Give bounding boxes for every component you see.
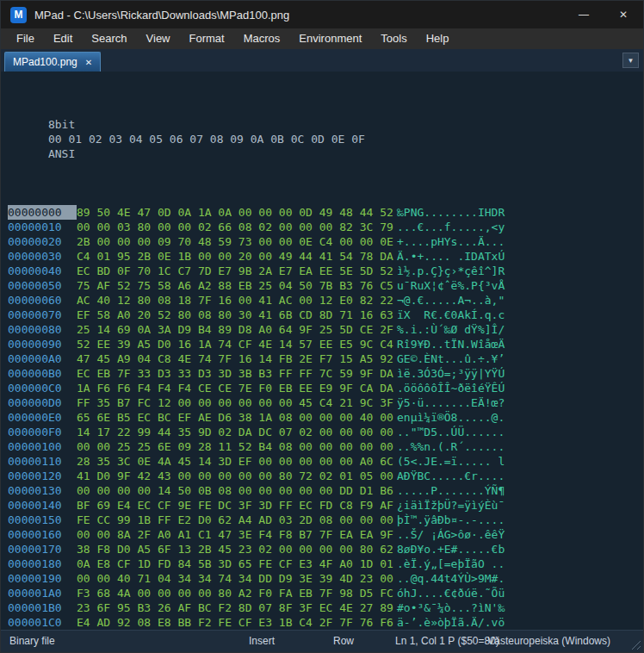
row-hex-bytes[interactable]: 75 AF 52 75 58 A6 A2 88 EB 25 04 50 7B B… bbox=[77, 278, 397, 293]
hex-row[interactable]: 0000012041 D0 9F 42 43 00 00 00 00 00 80… bbox=[8, 469, 643, 483]
row-ansi-text[interactable]: %.i.:Ù´‰Ø dŸ%]Î/ bbox=[397, 323, 505, 336]
row-ansi-text[interactable]: Rî9¥Ð..tÏN.WîåœÄ bbox=[397, 338, 505, 351]
hex-row[interactable]: 0000009052 EE 39 A5 D0 16 1A 74 CF 4E 14… bbox=[8, 337, 643, 351]
row-ansi-text[interactable]: enµì¼ï®Ö8.....@. bbox=[397, 411, 505, 424]
row-address[interactable]: 000000F0 bbox=[8, 425, 77, 439]
row-hex-bytes[interactable]: 00 00 00 00 14 50 0B 08 00 00 00 00 00 D… bbox=[77, 483, 397, 498]
row-ansi-text[interactable]: +....pHYs...Ä... bbox=[397, 235, 505, 248]
row-hex-bytes[interactable]: FE CC 99 1B FF E2 D0 62 A4 AD 03 2D 08 0… bbox=[77, 513, 397, 527]
row-ansi-text[interactable]: 8øÐ¥o.+E#.....€b bbox=[397, 543, 505, 556]
hex-row[interactable]: 0000001000 00 03 80 00 00 02 66 08 02 00… bbox=[8, 220, 643, 234]
row-address[interactable]: 000000C0 bbox=[8, 381, 77, 395]
row-ansi-text[interactable]: ïX R€.€0AkÍ.q.c bbox=[397, 308, 505, 321]
row-ansi-text[interactable]: AÐŸBC.....€r.... bbox=[397, 470, 505, 482]
row-address[interactable]: 00000040 bbox=[8, 264, 77, 278]
menu-item-environment[interactable]: Environment bbox=[289, 28, 371, 49]
tab-close-icon[interactable]: ✕ bbox=[85, 58, 92, 67]
row-hex-bytes[interactable]: 38 F8 D0 A5 6F 13 2B 45 23 02 00 00 00 0… bbox=[77, 542, 397, 557]
hex-row[interactable]: 000000B0EC EB 7F 33 D3 33 D3 3D 3B B3 FF… bbox=[8, 366, 643, 381]
resize-grip[interactable] bbox=[629, 638, 641, 650]
row-ansi-text[interactable]: Ä.•+.... .IDATxÚ bbox=[397, 250, 505, 263]
row-hex-bytes[interactable]: BF 69 E4 EC CF 9E FE DC 3F 3D FF EC FD C… bbox=[77, 498, 397, 513]
row-ansi-text[interactable]: (5<.JE.=ï..... l bbox=[397, 455, 505, 468]
row-hex-bytes[interactable]: 52 EE 39 A5 D0 16 1A 74 CF 4E 14 57 EE E… bbox=[77, 337, 397, 351]
hex-row[interactable]: 0000019000 00 40 71 04 34 34 74 34 DD D9… bbox=[8, 571, 643, 586]
status-insert-mode[interactable]: Insert bbox=[249, 635, 275, 647]
menu-item-tools[interactable]: Tools bbox=[371, 28, 416, 49]
row-address[interactable]: 000001B0 bbox=[8, 600, 77, 615]
row-address-selected[interactable]: 00000000 bbox=[8, 205, 77, 220]
row-ansi-text[interactable]: .....P.......ÝÑ¶ bbox=[397, 484, 505, 497]
hex-editor-view[interactable]: 8bit 00 01 02 03 04 05 06 07 08 09 0A 0B… bbox=[1, 72, 643, 630]
row-address[interactable]: 00000090 bbox=[8, 337, 77, 351]
hex-row[interactable]: 0000016000 00 8A 2F A0 A1 C1 47 3E F4 F8… bbox=[8, 527, 643, 542]
row-address[interactable]: 00000170 bbox=[8, 542, 77, 557]
row-ansi-text[interactable]: ¿iäìÏžþÜ?=ÿìýÈù¯ bbox=[397, 499, 505, 512]
row-hex-bytes[interactable]: 2B 00 00 00 09 70 48 59 73 00 00 0E C4 0… bbox=[77, 234, 397, 249]
hex-row[interactable]: 000000F014 17 22 99 44 35 9D 02 DA DC 07… bbox=[8, 425, 643, 439]
row-hex-bytes[interactable]: F3 68 4A 00 00 00 00 80 A2 F0 FA EB 7F 9… bbox=[77, 586, 397, 600]
hex-row[interactable]: 000000C01A F6 F6 F4 F4 F4 CE CE 7E F0 EB… bbox=[8, 381, 643, 395]
row-ansi-text[interactable]: þÌ™.ÿâÐb¤-.-.... bbox=[397, 513, 505, 526]
menu-item-help[interactable]: Help bbox=[417, 28, 459, 49]
row-hex-bytes[interactable]: EC BD 0F 70 1C C7 7D E7 9B 2A E7 EA EE 5… bbox=[77, 264, 397, 278]
row-hex-bytes[interactable]: 25 14 69 0A 3A D9 B4 89 D8 A0 64 9F 25 5… bbox=[77, 322, 397, 337]
row-address[interactable]: 00000100 bbox=[8, 439, 77, 454]
row-address[interactable]: 00000130 bbox=[8, 483, 77, 498]
menu-item-file[interactable]: File bbox=[7, 28, 44, 49]
row-hex-bytes[interactable]: 00 00 25 25 6E 09 28 11 52 B4 08 00 00 0… bbox=[77, 439, 397, 454]
row-address[interactable]: 00000080 bbox=[8, 322, 77, 337]
row-hex-bytes[interactable]: EC EB 7F 33 D3 33 D3 3D 3B B3 FF FF 7C 5… bbox=[77, 366, 397, 381]
row-address[interactable]: 00000050 bbox=[8, 278, 77, 293]
row-address[interactable]: 000001A0 bbox=[8, 586, 77, 600]
row-address[interactable]: 00000150 bbox=[8, 513, 77, 527]
row-ansi-text[interactable]: ‰PNG........IHDR bbox=[397, 206, 505, 219]
row-ansi-text[interactable]: .ööôôôÎÎ~ðëîéŸÊÚ bbox=[397, 382, 505, 395]
hex-row[interactable]: 000000E065 6E B5 EC BC EF AE D6 38 1A 08… bbox=[8, 410, 643, 425]
hex-row[interactable]: 0000013000 00 00 00 14 50 0B 08 00 00 00… bbox=[8, 483, 643, 498]
row-ansi-text[interactable]: u¯RuX¦¢ˆë%.P{³vÅ bbox=[397, 279, 505, 292]
hex-row[interactable]: 00000040EC BD 0F 70 1C C7 7D E7 9B 2A E7… bbox=[8, 264, 643, 278]
minimize-button[interactable]: — bbox=[564, 1, 604, 28]
row-ansi-text[interactable]: ì½.p.Ç}ç›*çêî^]R bbox=[397, 264, 505, 277]
hex-row[interactable]: 000001800A E8 CF 1D FD 84 5B 3D 65 FE CF… bbox=[8, 557, 643, 571]
hex-row[interactable]: 0000005075 AF 52 75 58 A6 A2 88 EB 25 04… bbox=[8, 278, 643, 293]
row-hex-bytes[interactable]: AC 40 12 80 08 18 7F 16 00 41 AC 00 12 E… bbox=[77, 293, 397, 308]
tab-list-dropdown-button[interactable]: ▼ bbox=[622, 53, 639, 68]
tab-mpad100-png[interactable]: MPad100.png ✕ bbox=[4, 52, 101, 72]
row-ansi-text[interactable]: ìë.3Ó3Ó=;³ÿÿ|YŸÚ bbox=[397, 367, 505, 380]
hex-row[interactable]: 000001A0F3 68 4A 00 00 00 00 80 A2 F0 FA… bbox=[8, 586, 643, 600]
row-address[interactable]: 00000030 bbox=[8, 249, 77, 264]
row-hex-bytes[interactable]: 41 D0 9F 42 43 00 00 00 00 00 80 72 02 0… bbox=[77, 469, 397, 483]
row-hex-bytes[interactable]: 0A E8 CF 1D FD 84 5B 3D 65 FE CF E3 4F A… bbox=[77, 557, 397, 571]
hex-row[interactable]: 00000070EF 58 A0 20 52 80 08 80 30 41 6B… bbox=[8, 308, 643, 322]
status-row-mode[interactable]: Row bbox=[333, 635, 354, 647]
row-hex-bytes[interactable]: 00 00 03 80 00 00 02 66 08 02 00 00 00 8… bbox=[77, 220, 397, 234]
hex-row[interactable]: 0000000089 50 4E 47 0D 0A 1A 0A 00 00 00… bbox=[8, 205, 643, 220]
row-hex-bytes[interactable]: 00 00 40 71 04 34 34 74 34 DD D9 3E 39 4… bbox=[77, 571, 397, 586]
menu-item-macros[interactable]: Macros bbox=[234, 28, 290, 49]
row-address[interactable]: 00000110 bbox=[8, 454, 77, 469]
hex-row[interactable]: 000000202B 00 00 00 09 70 48 59 73 00 00… bbox=[8, 234, 643, 249]
row-ansi-text[interactable]: #o•³&¯¼ò...?ìN'‰ bbox=[397, 601, 505, 614]
row-address[interactable]: 00000070 bbox=[8, 308, 77, 322]
menu-item-view[interactable]: View bbox=[137, 28, 180, 49]
row-address[interactable]: 000001C0 bbox=[8, 615, 77, 630]
hex-row[interactable]: 00000030C4 01 95 2B 0E 1B 00 00 20 00 49… bbox=[8, 249, 643, 264]
row-address[interactable]: 000000A0 bbox=[8, 351, 77, 366]
row-ansi-text[interactable]: ..@q.44t4ÝÙ>9M#. bbox=[397, 572, 505, 585]
row-address[interactable]: 000000D0 bbox=[8, 395, 77, 410]
menu-item-format[interactable]: Format bbox=[180, 28, 234, 49]
hex-row[interactable]: 0000010000 00 25 25 6E 09 28 11 52 B4 08… bbox=[8, 439, 643, 454]
row-ansi-text[interactable]: ¬@.€.....A¬..à‚" bbox=[397, 294, 505, 307]
row-hex-bytes[interactable]: 00 00 8A 2F A0 A1 C1 47 3E F4 F8 B7 7F E… bbox=[77, 527, 397, 542]
row-hex-bytes[interactable]: FF 35 B7 FC 12 00 00 00 00 00 00 45 C4 2… bbox=[77, 395, 397, 410]
row-hex-bytes[interactable]: 47 45 A9 04 C8 4E 74 7F 16 14 FB 2E F7 1… bbox=[77, 351, 397, 366]
row-ansi-text[interactable]: .."™D5..ÚÜ...... bbox=[397, 426, 505, 438]
row-hex-bytes[interactable]: 28 35 3C 0E 4A 45 14 3D EF 00 00 00 00 0… bbox=[77, 454, 397, 469]
row-hex-bytes[interactable]: 14 17 22 99 44 35 9D 02 DA DC 07 02 00 0… bbox=[77, 425, 397, 439]
hex-row[interactable]: 00000140BF 69 E4 EC CF 9E FE DC 3F 3D FF… bbox=[8, 498, 643, 513]
hex-row[interactable]: 0000008025 14 69 0A 3A D9 B4 89 D8 A0 64… bbox=[8, 322, 643, 337]
row-ansi-text[interactable]: .èÏ.ý„[=eþÏãO .. bbox=[397, 557, 505, 570]
row-hex-bytes[interactable]: 65 6E B5 EC BC EF AE D6 38 1A 08 00 00 0… bbox=[77, 410, 397, 425]
